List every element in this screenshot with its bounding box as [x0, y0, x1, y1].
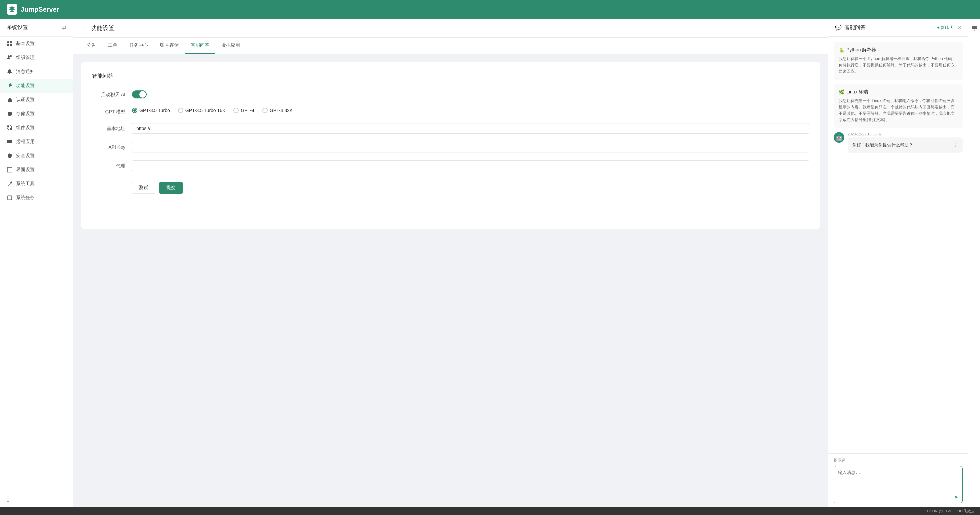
auth-icon — [7, 97, 13, 103]
prompt-card-linux[interactable]: 🌿 Linux 终端 我想让你充当一个 Linux 终端。我将输入命令，你将回答… — [834, 84, 963, 128]
sidebar-item-tasks-label: 系统任务 — [16, 195, 35, 201]
api-key-label: API Key — [92, 142, 132, 150]
content-body: 智能问答 启动聊天 AI GPT 模型 GPT-3. — [73, 54, 828, 507]
new-chat-button[interactable]: + 新聊天 — [937, 25, 954, 31]
tab-notice[interactable]: 公告 — [81, 38, 101, 54]
grid-icon — [7, 41, 13, 47]
sidebar-header: 系统设置 ⇄ — [0, 19, 73, 37]
chat-avatar-icon: 🤖 — [835, 134, 843, 141]
radio-gpt4-32k[interactable]: GPT-4 32K — [262, 108, 293, 113]
panel-footer: 提示词 ➤ — [828, 453, 968, 507]
chat-panel-icon[interactable] — [970, 24, 978, 32]
sidebar-item-org[interactable]: 组织管理 — [0, 51, 73, 65]
settings-card: 智能问答 启动聊天 AI GPT 模型 GPT-3. — [81, 62, 820, 229]
sidebar-item-auth[interactable]: 认证设置 — [0, 93, 73, 107]
gpt-model-label: GPT 模型 — [92, 107, 132, 115]
tools-icon — [7, 181, 13, 187]
prompt-hint: 提示词 — [834, 458, 963, 463]
chat-timestamp: 2023-12-22 13:05:37 — [848, 132, 963, 136]
right-panel: 💬 智能问答 + 新聊天 × 🐍 Python 解释器 我想让你像一个 Pyth… — [828, 19, 968, 507]
sidebar-item-org-label: 组织管理 — [16, 55, 35, 61]
chat-message-text: 你好！我能为你提供什么帮助？ — [852, 142, 913, 149]
monitor-icon — [7, 139, 13, 145]
sidebar-bottom-icon[interactable]: ≡ — [0, 494, 73, 507]
sidebar-item-feature[interactable]: 功能设置 — [0, 79, 73, 93]
radio-circle-gpt35 — [132, 108, 137, 113]
svg-rect-3 — [10, 44, 12, 46]
form-row-base-url: 基本地址 — [92, 123, 809, 134]
sidebar-item-storage[interactable]: 存储设置 — [0, 107, 73, 121]
chat-more-button[interactable]: ⋮ — [953, 141, 958, 150]
send-button[interactable]: ➤ — [955, 494, 958, 500]
card-title: 智能问答 — [92, 73, 809, 80]
linux-emoji: 🌿 — [838, 89, 844, 95]
python-title-text: Python 解释器 — [846, 47, 876, 53]
sidebar-item-tasks[interactable]: 系统任务 — [0, 191, 73, 205]
back-button[interactable]: ← — [81, 25, 87, 31]
proxy-input[interactable] — [132, 160, 809, 171]
sidebar-item-ui-label: 界面设置 — [16, 167, 35, 173]
tab-ai[interactable]: 智能问答 — [185, 38, 215, 54]
radio-gpt35[interactable]: GPT-3.5 Turbo — [132, 108, 170, 113]
radio-circle-gpt35-16k — [178, 108, 183, 113]
proxy-label: 代理 — [92, 160, 132, 169]
sidebar-toggle-icon[interactable]: ⇄ — [62, 24, 66, 31]
page-title: 功能设置 — [91, 24, 115, 32]
form-row-gpt-model: GPT 模型 GPT-3.5 Turbo GPT-3.5 Turbo 16K — [92, 107, 809, 115]
radio-circle-gpt4-32k — [262, 108, 268, 113]
close-button[interactable]: × — [958, 24, 961, 31]
sidebar-item-basic[interactable]: 基本设置 — [0, 37, 73, 51]
prompt-card-python[interactable]: 🐍 Python 解释器 我想让你像一个 Python 解释器一样行事。我将给你… — [834, 42, 963, 80]
sidebar-item-tools[interactable]: 系统工具 — [0, 177, 73, 191]
sidebar-item-security[interactable]: 安全设置 — [0, 149, 73, 163]
sidebar-item-remote[interactable]: 远程应用 — [0, 135, 73, 149]
svg-rect-4 — [8, 99, 12, 102]
submit-button[interactable]: 提交 — [159, 182, 183, 194]
gpt-model-radio-group: GPT-3.5 Turbo GPT-3.5 Turbo 16K GPT-4 — [132, 108, 809, 113]
svg-rect-10 — [8, 196, 12, 200]
tab-task[interactable]: 任务中心 — [124, 38, 153, 54]
logo-icon — [7, 4, 18, 15]
radio-label-gpt35-16k: GPT-3.5 Turbo 16K — [185, 108, 226, 113]
svg-rect-0 — [7, 41, 10, 43]
radio-label-gpt35: GPT-3.5 Turbo — [139, 108, 170, 113]
tab-vapp[interactable]: 虚拟应用 — [216, 38, 245, 54]
chat-input[interactable] — [838, 470, 958, 493]
sidebar-item-component[interactable]: 组件设置 — [0, 121, 73, 135]
logo-text: JumpServer — [21, 6, 59, 13]
radio-label-gpt4-32k: GPT-4 32K — [270, 108, 293, 113]
sidebar-item-ui[interactable]: 界面设置 — [0, 163, 73, 177]
component-icon — [7, 125, 13, 131]
layout-icon — [7, 167, 13, 173]
footer-text: CSDN @FIT2CLOUD 飞致云 — [927, 509, 975, 513]
svg-rect-1 — [10, 41, 12, 43]
enable-ai-toggle[interactable] — [132, 90, 147, 99]
linux-title-text: Linux 终端 — [846, 89, 868, 95]
chat-avatar: 🤖 — [834, 132, 844, 143]
logo: JumpServer — [7, 4, 59, 15]
radio-gpt4[interactable]: GPT-4 — [233, 108, 254, 113]
sidebar-item-security-label: 安全设置 — [16, 153, 35, 159]
panel-body: 🐍 Python 解释器 我想让你像一个 Python 解释器一样行事。我将给你… — [828, 37, 968, 453]
tab-account[interactable]: 账号存储 — [155, 38, 184, 54]
security-icon — [7, 153, 13, 159]
sidebar-item-msg[interactable]: 消息通知 — [0, 65, 73, 79]
bell-icon — [7, 69, 13, 75]
test-button[interactable]: 测试 — [132, 182, 155, 194]
sidebar-title: 系统设置 — [7, 24, 28, 31]
radio-gpt35-16k[interactable]: GPT-3.5 Turbo 16K — [178, 108, 226, 113]
panel-title-icon: 💬 — [835, 24, 842, 31]
app-header: JumpServer — [0, 0, 980, 19]
sidebar-item-auth-label: 认证设置 — [16, 97, 35, 103]
base-url-input[interactable] — [132, 123, 809, 134]
api-key-input[interactable] — [132, 142, 809, 152]
enable-ai-label: 启动聊天 AI — [92, 89, 132, 98]
chat-message: 🤖 2023-12-22 13:05:37 你好！我能为你提供什么帮助？ ⋮ — [834, 132, 963, 153]
tab-bar: 公告 工单 任务中心 账号存储 智能问答 虚拟应用 — [73, 38, 828, 54]
sidebar-item-tools-label: 系统工具 — [16, 181, 35, 187]
side-icon-bar — [968, 19, 980, 507]
form-row-api-key: API Key — [92, 142, 809, 152]
python-emoji: 🐍 — [838, 47, 844, 53]
sidebar-item-component-label: 组件设置 — [16, 125, 35, 131]
tab-ticket[interactable]: 工单 — [103, 38, 123, 54]
